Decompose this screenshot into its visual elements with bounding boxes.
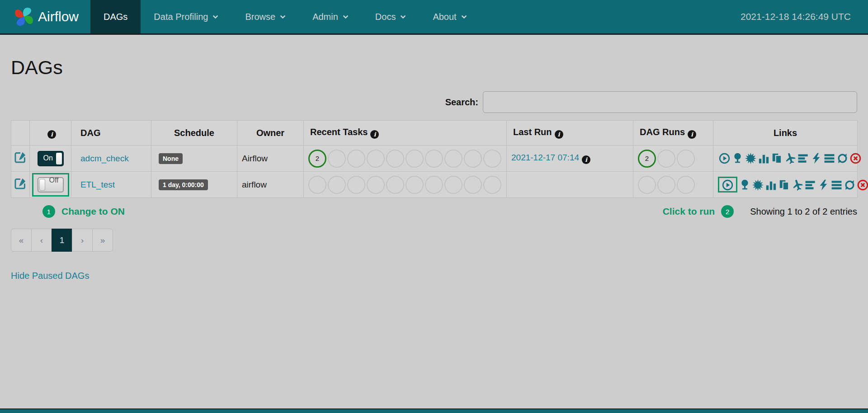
airflow-brand[interactable]: Airflow <box>0 0 90 33</box>
code-icon[interactable] <box>818 179 829 191</box>
dag-pause-toggle[interactable]: Off <box>38 177 64 192</box>
owner-cell: Airflow <box>237 145 304 172</box>
dag-name-link[interactable]: ETL_test <box>80 180 115 189</box>
airflow-pinwheel-logo-icon <box>14 6 34 27</box>
refresh-icon[interactable] <box>844 179 855 191</box>
owner-cell: airflow <box>237 172 304 198</box>
trigger-dag-icon[interactable] <box>722 179 733 191</box>
task-duration-icon[interactable] <box>765 179 777 191</box>
col-header-dag-runs: DAG Runsi <box>633 121 713 145</box>
tree-view-icon[interactable] <box>732 153 743 164</box>
dag-pause-toggle[interactable]: On <box>38 151 64 166</box>
logs-icon[interactable] <box>824 153 835 164</box>
recent-tasks-cell <box>304 172 507 198</box>
tree-view-icon[interactable] <box>739 179 750 191</box>
task-state-circle <box>638 176 656 194</box>
pagination: «‹1›» <box>11 229 857 252</box>
task-tries-icon[interactable] <box>778 179 790 191</box>
graph-view-icon[interactable] <box>745 153 756 164</box>
graph-view-icon[interactable] <box>752 179 764 191</box>
task-state-circle <box>444 176 462 194</box>
top-navbar: Airflow DAGsData ProfilingBrowseAdminDoc… <box>0 0 868 35</box>
edit-dag-icon[interactable] <box>14 178 26 189</box>
col-header-recent-tasks: Recent Tasksi <box>304 121 507 145</box>
delete-dag-icon[interactable] <box>850 153 861 164</box>
page-1-button[interactable]: 1 <box>52 229 72 252</box>
annotation-highlight-box: Off <box>32 173 69 197</box>
task-state-circle <box>444 150 462 168</box>
task-tries-icon[interactable] <box>771 153 783 164</box>
task-state-circle <box>657 150 675 168</box>
annotation-step2-label: Click to run <box>663 206 715 217</box>
task-state-circle <box>347 176 365 194</box>
footer-bar <box>0 408 868 413</box>
dag-row: OffETL_test1 day, 0:00:00airflow <box>11 172 858 198</box>
gantt-icon[interactable] <box>797 153 809 164</box>
first-page-button[interactable]: « <box>11 229 32 252</box>
annotation-step1-number: 1 <box>42 205 55 218</box>
task-state-circle <box>406 150 424 168</box>
task-state-circle <box>464 176 482 194</box>
trigger-dag-icon[interactable] <box>719 153 730 164</box>
nav-browse[interactable]: Browse <box>232 0 299 33</box>
code-icon[interactable] <box>811 153 822 164</box>
search-label: Search: <box>445 97 478 108</box>
task-state-circle <box>367 150 385 168</box>
task-state-circle <box>406 176 424 194</box>
task-state-circle <box>308 176 326 194</box>
task-state-circle <box>677 176 695 194</box>
next-page-button[interactable]: › <box>72 229 93 252</box>
annotation-step1: 1 Change to ON <box>42 205 125 218</box>
search-input[interactable] <box>483 91 857 113</box>
task-state-circle <box>657 176 675 194</box>
schedule-badge: 1 day, 0:00:00 <box>159 179 208 190</box>
dag-runs-cell <box>633 172 713 198</box>
logs-icon[interactable] <box>831 179 842 191</box>
last-page-button[interactable]: » <box>92 229 113 252</box>
col-header-last-run[interactable]: Last Runi <box>507 121 633 145</box>
nav-dags[interactable]: DAGs <box>90 0 141 33</box>
schedule-badge: None <box>159 153 183 164</box>
landing-times-icon[interactable] <box>784 153 796 164</box>
task-state-circle <box>483 176 501 194</box>
prev-page-button[interactable]: ‹ <box>31 229 52 252</box>
dag-runs-cell: 2 <box>633 145 713 172</box>
last-run-link[interactable]: 2021-12-17 07:14 <box>511 153 579 162</box>
nav-docs[interactable]: Docs <box>362 0 420 33</box>
col-header-dag[interactable]: DAG <box>71 121 151 145</box>
task-count-circle[interactable]: 2 <box>308 150 326 168</box>
task-state-circle <box>328 176 346 194</box>
task-state-circle <box>386 176 404 194</box>
landing-times-icon[interactable] <box>792 179 803 191</box>
task-state-circle <box>483 150 501 168</box>
refresh-icon[interactable] <box>837 153 848 164</box>
col-header-info[interactable]: i <box>30 121 71 145</box>
task-state-circle <box>328 150 346 168</box>
utc-clock: 2021-12-18 14:26:49 UTC <box>741 0 868 33</box>
nav-about[interactable]: About <box>420 0 480 33</box>
nav-data-profiling[interactable]: Data Profiling <box>141 0 232 33</box>
task-state-circle <box>464 150 482 168</box>
col-header-owner[interactable]: Owner <box>237 121 304 145</box>
gantt-icon[interactable] <box>805 179 816 191</box>
info-icon: i <box>370 130 379 139</box>
brand-name: Airflow <box>38 9 79 24</box>
col-header-edit <box>11 121 30 145</box>
dag-name-link[interactable]: adcm_check <box>80 154 129 163</box>
nav-menu: DAGsData ProfilingBrowseAdminDocsAbout <box>90 0 481 33</box>
hide-paused-dags-link[interactable]: Hide Paused DAGs <box>11 271 89 281</box>
task-state-circle <box>425 150 443 168</box>
dags-table: iDAGScheduleOwnerRecent TasksiLast RuniD… <box>11 120 858 198</box>
edit-dag-icon[interactable] <box>14 151 26 163</box>
task-state-circle <box>677 150 695 168</box>
task-state-circle <box>425 176 443 194</box>
nav-admin[interactable]: Admin <box>299 0 362 33</box>
col-header-schedule[interactable]: Schedule <box>151 121 237 145</box>
task-count-circle[interactable]: 2 <box>638 150 656 168</box>
task-state-circle <box>347 150 365 168</box>
col-header-links: Links <box>713 121 858 145</box>
info-icon: i <box>688 130 696 139</box>
delete-dag-icon[interactable] <box>857 179 868 191</box>
task-duration-icon[interactable] <box>758 153 769 164</box>
info-icon: i <box>47 130 56 139</box>
